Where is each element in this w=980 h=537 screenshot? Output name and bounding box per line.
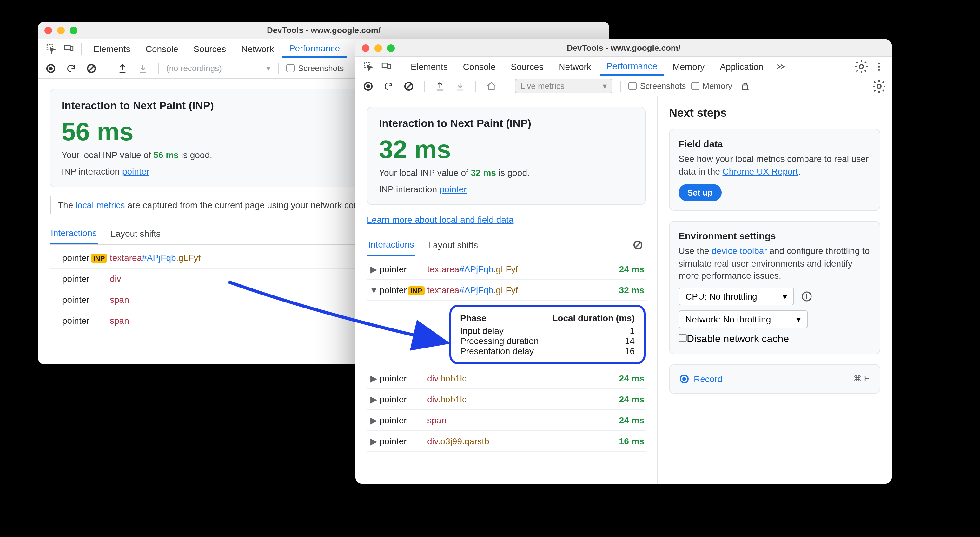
view-dropdown[interactable]: Live metrics▾ bbox=[515, 79, 613, 93]
local-metrics-link[interactable]: local metrics bbox=[76, 200, 125, 210]
svg-rect-11 bbox=[388, 64, 390, 69]
expand-icon[interactable]: ▶ bbox=[368, 264, 380, 274]
clear-list-icon[interactable] bbox=[630, 237, 646, 253]
interactions-list: ▶pointertextarea#APjFqb.gLFyf24 ms▼point… bbox=[367, 259, 646, 452]
crux-link[interactable]: Chrome UX Report bbox=[722, 166, 798, 176]
close-icon[interactable] bbox=[362, 44, 369, 52]
device-icon[interactable] bbox=[61, 41, 76, 56]
interaction-row[interactable]: ▶pointerdiv.o3j99.qarstb16 ms bbox=[367, 431, 646, 452]
inspect-icon[interactable] bbox=[43, 41, 58, 56]
learn-more-link[interactable]: Learn more about local and field data bbox=[367, 214, 646, 225]
settings-icon[interactable] bbox=[854, 59, 869, 74]
sub-tabs: Interactions Layout shifts bbox=[367, 234, 646, 257]
settings-icon[interactable] bbox=[872, 78, 887, 94]
tab-performance[interactable]: Performance bbox=[283, 40, 346, 57]
minimize-icon[interactable] bbox=[374, 44, 382, 52]
interaction-kind: pointer bbox=[380, 415, 427, 425]
upload-icon[interactable] bbox=[115, 61, 130, 76]
interaction-target: span bbox=[427, 415, 606, 425]
record-icon bbox=[680, 374, 689, 383]
recordings-dropdown[interactable]: (no recordings)▾ bbox=[166, 64, 271, 73]
disable-cache-checkbox[interactable]: Disable network cache bbox=[679, 333, 871, 345]
expand-icon[interactable]: ▼ bbox=[368, 285, 380, 295]
window-controls[interactable] bbox=[45, 26, 78, 34]
device-icon[interactable] bbox=[378, 59, 393, 74]
expand-icon[interactable]: ▶ bbox=[368, 415, 380, 425]
interaction-duration: 24 ms bbox=[606, 373, 644, 383]
cpu-throttle-select[interactable]: CPU: No throttling▾ bbox=[679, 288, 794, 305]
tab-console[interactable]: Console bbox=[139, 40, 185, 57]
clear-icon[interactable] bbox=[84, 61, 99, 76]
download-icon[interactable] bbox=[135, 61, 150, 76]
gc-icon[interactable] bbox=[737, 78, 752, 94]
inp-pointer-link[interactable]: pointer bbox=[439, 184, 467, 194]
kebab-icon[interactable] bbox=[872, 59, 887, 74]
tab-memory[interactable]: Memory bbox=[666, 58, 711, 75]
inp-pointer-link[interactable]: pointer bbox=[122, 166, 150, 177]
interaction-row[interactable]: ▶pointertextarea#APjFqb.gLFyf24 ms bbox=[367, 259, 646, 280]
interaction-row[interactable]: ▶pointerspan24 ms bbox=[367, 410, 646, 431]
interaction-duration: 24 ms bbox=[606, 415, 644, 425]
tab-elements[interactable]: Elements bbox=[404, 58, 454, 75]
tab-network[interactable]: Network bbox=[235, 40, 280, 57]
screenshots-checkbox[interactable]: Screenshots bbox=[286, 64, 344, 73]
interaction-target: div.hob1lc bbox=[427, 394, 606, 404]
record-icon[interactable] bbox=[361, 78, 376, 94]
interaction-row[interactable]: ▼pointerINPtextarea#APjFqb.gLFyf32 ms bbox=[367, 280, 646, 301]
upload-icon[interactable] bbox=[432, 78, 447, 94]
field-data-section: Field data See how your local metrics co… bbox=[669, 129, 880, 211]
titlebar[interactable]: DevTools - www.google.com/ bbox=[38, 22, 609, 39]
tab-network[interactable]: Network bbox=[552, 58, 598, 75]
screenshots-checkbox[interactable]: Screenshots bbox=[629, 81, 686, 91]
record-icon[interactable] bbox=[43, 61, 58, 76]
minimize-icon[interactable] bbox=[57, 26, 65, 34]
expand-icon[interactable]: ▶ bbox=[368, 436, 380, 446]
tab-console[interactable]: Console bbox=[457, 58, 502, 75]
zoom-icon[interactable] bbox=[387, 44, 395, 52]
tab-layout-shifts[interactable]: Layout shifts bbox=[110, 223, 162, 244]
expand-icon[interactable]: ▶ bbox=[368, 394, 380, 404]
tab-sources[interactable]: Sources bbox=[504, 58, 550, 75]
inp-badge: INP bbox=[91, 254, 108, 263]
home-icon[interactable] bbox=[484, 78, 499, 94]
tab-sources[interactable]: Sources bbox=[187, 40, 232, 57]
window-controls[interactable] bbox=[362, 44, 395, 52]
phase-breakdown: PhaseLocal duration (ms)Input delay1Proc… bbox=[449, 305, 646, 364]
svg-line-6 bbox=[89, 66, 94, 71]
zoom-icon[interactable] bbox=[70, 26, 78, 34]
svg-rect-1 bbox=[64, 45, 70, 49]
tab-interactions[interactable]: Interactions bbox=[367, 234, 415, 256]
interaction-row[interactable]: ▶pointerdiv.hob1lc24 ms bbox=[367, 389, 646, 410]
interaction-kind: pointer bbox=[380, 436, 427, 446]
clear-icon[interactable] bbox=[401, 78, 416, 94]
reload-icon[interactable] bbox=[381, 78, 396, 94]
interaction-duration: 24 ms bbox=[606, 264, 644, 274]
tab-layout-shifts[interactable]: Layout shifts bbox=[427, 235, 479, 255]
field-data-heading: Field data bbox=[679, 139, 871, 149]
tab-elements[interactable]: Elements bbox=[87, 40, 137, 57]
download-icon[interactable] bbox=[453, 78, 468, 94]
network-throttle-select[interactable]: Network: No throttling▾ bbox=[679, 311, 808, 328]
interaction-kind: pointerINP bbox=[62, 253, 110, 263]
interaction-row[interactable]: ▶pointerdiv.hob1lc24 ms bbox=[367, 368, 646, 389]
field-data-text: See how your local metrics compare to re… bbox=[679, 153, 871, 178]
reload-icon[interactable] bbox=[64, 61, 79, 76]
svg-line-22 bbox=[635, 242, 640, 247]
tab-application[interactable]: Application bbox=[713, 58, 770, 75]
inspect-icon[interactable] bbox=[361, 59, 376, 74]
interaction-kind: pointer bbox=[380, 264, 427, 274]
titlebar[interactable]: DevTools - www.google.com/ bbox=[355, 39, 892, 57]
tab-interactions[interactable]: Interactions bbox=[49, 223, 98, 244]
device-toolbar-link[interactable]: device toolbar bbox=[711, 245, 767, 256]
info-icon[interactable]: i bbox=[799, 289, 815, 304]
more-tabs-icon[interactable] bbox=[772, 59, 788, 74]
close-icon[interactable] bbox=[45, 26, 52, 34]
record-button[interactable]: Record bbox=[680, 374, 722, 384]
expand-icon[interactable]: ▶ bbox=[368, 373, 380, 383]
tab-performance[interactable]: Performance bbox=[600, 57, 663, 75]
environment-section: Environment settings Use the device tool… bbox=[669, 221, 880, 354]
inp-interaction: INP interaction pointer bbox=[379, 184, 633, 194]
memory-checkbox[interactable]: Memory bbox=[691, 81, 732, 91]
setup-button[interactable]: Set up bbox=[679, 184, 721, 201]
env-text: Use the device toolbar and configure thr… bbox=[679, 245, 871, 282]
